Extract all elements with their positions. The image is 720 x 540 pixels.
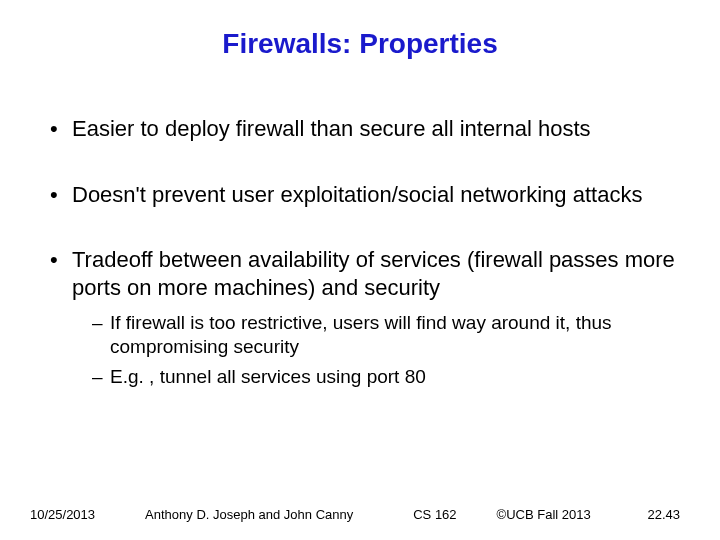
footer-course: CS 162 xyxy=(413,507,456,522)
footer-date: 10/25/2013 xyxy=(30,507,95,522)
slide: Firewalls: Properties Easier to deploy f… xyxy=(0,0,720,540)
bullet-item: Doesn't prevent user exploitation/social… xyxy=(50,181,680,209)
footer: 10/25/2013 Anthony D. Joseph and John Ca… xyxy=(0,507,720,522)
slide-title: Firewalls: Properties xyxy=(40,28,680,60)
bullet-text: Tradeoff between availability of service… xyxy=(72,247,675,300)
footer-slide-number: 22.43 xyxy=(647,507,680,522)
sub-bullet-item: E.g. , tunnel all services using port 80 xyxy=(92,365,680,389)
bullet-item: Easier to deploy firewall than secure al… xyxy=(50,115,680,143)
sub-bullet-list: If firewall is too restrictive, users wi… xyxy=(72,311,680,388)
bullet-item: Tradeoff between availability of service… xyxy=(50,246,680,388)
footer-authors: Anthony D. Joseph and John Canny xyxy=(145,507,353,522)
footer-copyright: ©UCB Fall 2013 xyxy=(497,507,591,522)
sub-bullet-item: If firewall is too restrictive, users wi… xyxy=(92,311,680,359)
bullet-list: Easier to deploy firewall than secure al… xyxy=(40,115,680,388)
